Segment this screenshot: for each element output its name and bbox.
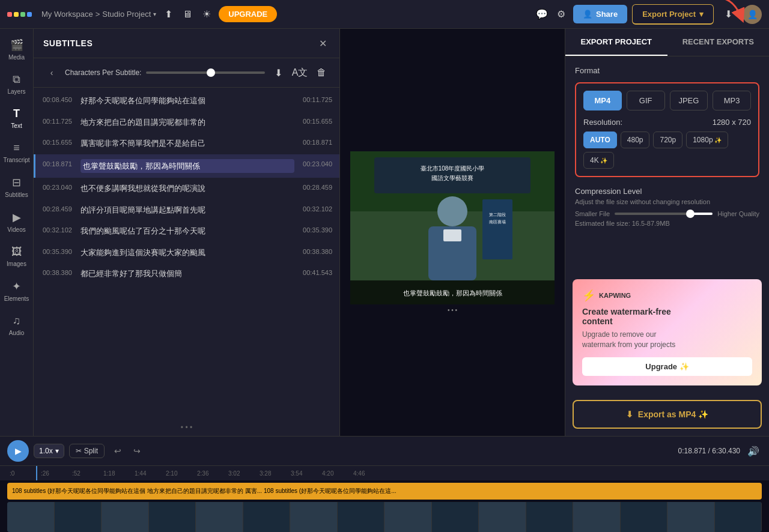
video-area: 臺北市108年度國民小學 國語文學藝競賽 第二階段 南區賽場 也掌聲鼓勵鼓勵，那… — [340, 29, 565, 436]
tick-144: 1:44 — [135, 470, 166, 477]
chars-per-subtitle-slider[interactable] — [146, 71, 265, 74]
subtitle-row-active[interactable]: 00:18.871 也掌聲鼓勵鼓勵，那因為時間關係 00:23.040 — [34, 154, 339, 178]
audio-settings-icon[interactable]: 🔊 — [745, 443, 762, 459]
play-button[interactable]: ▶ — [7, 440, 29, 462]
split-button[interactable]: ✂ Split — [69, 444, 105, 458]
subtitle-text[interactable]: 地方來把自己的題目講完呢都非常的 — [81, 116, 294, 128]
video-thumb-6 — [243, 502, 291, 532]
subtitles-panel: SUBTITLES ✕ ‹ Characters Per Subtitle: ⬇… — [34, 29, 340, 436]
format-jpeg-button[interactable]: JPEG — [670, 91, 708, 110]
format-mp3-button[interactable]: MP3 — [713, 91, 751, 110]
redo-button[interactable]: ↪ — [129, 443, 145, 459]
subtitle-row[interactable]: 00:11.725 地方來把自己的題目講完呢都非常的 00:15.655 — [34, 112, 339, 133]
project-dropdown-icon[interactable]: ▾ — [153, 11, 156, 17]
delete-icon[interactable]: 🗑 — [313, 64, 330, 81]
export-as-mp4-button[interactable]: ⬇ Export as MP4 ✨ — [573, 400, 762, 429]
close-subtitles-button[interactable]: ✕ — [315, 36, 330, 50]
video-thumb-1 — [7, 502, 55, 532]
upload-icon[interactable]: ⬆ — [161, 7, 175, 22]
sidebar-item-text[interactable]: T Text — [2, 103, 32, 135]
subtitle-row[interactable]: 00:23.040 也不便多講啊我想就從我們的呢演說 00:28.459 — [34, 178, 339, 199]
translate-icon[interactable]: A文 — [291, 64, 308, 81]
res-4k-button[interactable]: 4K ✨ — [583, 152, 614, 169]
sidebar-item-images[interactable]: 🖼 Images — [2, 241, 32, 273]
export-panel: EXPORT PROJECT RECENT EXPORTS Format MP4… — [565, 29, 769, 436]
sidebar-item-elements[interactable]: ✦ Elements — [2, 275, 32, 307]
tick-52: :52 — [72, 470, 103, 477]
images-icon: 🖼 — [11, 246, 22, 258]
subtitle-text[interactable]: 我們的颱風呢佔了百分之十那今天呢 — [81, 225, 294, 237]
workspace-name[interactable]: My Workspace — [41, 10, 93, 19]
sidebar-item-media[interactable]: 🎬 Media — [2, 34, 32, 66]
tab-export-project[interactable]: EXPORT PROJECT — [565, 29, 667, 56]
format-gif-button[interactable]: GIF — [627, 91, 665, 110]
resolution-buttons: AUTO 480p 720p 1080p ✨ 4K ✨ — [583, 131, 751, 169]
sidebar-item-videos[interactable]: ▶ Videos — [2, 206, 32, 238]
undo-button[interactable]: ↩ — [109, 443, 126, 459]
download-mp4-icon: ⬇ — [626, 410, 633, 419]
subtitle-text[interactable]: 厲害呢非常不簡單我們是不是給自己 — [81, 138, 294, 150]
subtitle-track[interactable]: 108 subtitles (好那今天呢呢各位同學能夠站在這個 地方來把自己的題… — [7, 483, 762, 500]
subtitle-text[interactable]: 也不便多講啊我想就從我們的呢演說 — [81, 183, 294, 195]
speed-selector[interactable]: 1.0x ▾ — [34, 444, 64, 458]
timeline-area: ▶ 1.0x ▾ ✂ Split ↩ ↪ 0:18.871 / 6:30.430… — [0, 436, 769, 532]
upgrade-banner: ⚡ KAPWING Create watermark-free content … — [573, 279, 762, 385]
time-display: 0:18.871 / 6:30.430 — [678, 447, 740, 455]
sidebar-item-audio[interactable]: ♫ Audio — [2, 310, 32, 342]
subtitle-row[interactable]: 00:08.450 好那今天呢呢各位同學能夠站在這個 00:11.725 — [34, 90, 339, 112]
video-thumb-13 — [573, 502, 621, 532]
res-auto-button[interactable]: AUTO — [583, 131, 617, 148]
subtitle-row[interactable]: 00:35.390 大家能夠進到這個決賽呢大家的颱風 00:38.380 — [34, 242, 339, 264]
app-logo — [7, 12, 32, 17]
upgrade-button[interactable]: UPGRADE — [219, 6, 277, 22]
sidebar-item-layers[interactable]: ⧉ Layers — [2, 68, 32, 100]
brightness-icon[interactable]: ☀ — [199, 7, 214, 22]
video-thumb-2 — [55, 502, 102, 532]
project-name[interactable]: Studio Project — [102, 10, 151, 19]
share-button[interactable]: 👤 Share — [573, 5, 627, 23]
videos-icon: ▶ — [13, 211, 21, 224]
time-end: 00:35.390 — [299, 225, 332, 234]
sidebar-media-label: Media — [8, 54, 25, 61]
format-mp4-button[interactable]: MP4 — [583, 91, 622, 110]
subtitle-text[interactable]: 的評分項目呢簡單地講起點啊首先呢 — [81, 204, 294, 216]
res-480p-button[interactable]: 480p — [621, 131, 650, 148]
compression-slider[interactable] — [615, 213, 713, 215]
tick-marks: :0 :26 :52 1:18 1:44 2:10 2:36 3:02 3:28… — [7, 470, 762, 477]
download-subtitles-icon[interactable]: ⬇ — [270, 64, 287, 81]
video-more-button[interactable]: • • • — [448, 307, 457, 313]
comment-icon[interactable]: 💬 — [535, 7, 549, 22]
subtitle-text[interactable]: 都已經非常好了那我只做個簡 — [81, 268, 294, 280]
breadcrumb: My Workspace > Studio Project ▾ — [41, 10, 156, 19]
subtitle-text[interactable]: 大家能夠進到這個決賽呢大家的颱風 — [81, 247, 294, 259]
tick-210: 2:10 — [166, 470, 197, 477]
subtitle-row[interactable]: 00:28.459 的評分項目呢簡單地講起點啊首先呢 00:32.102 — [34, 199, 339, 221]
kapwing-logo-text: KAPWING — [599, 292, 631, 299]
resolution-label: Resolution: — [583, 118, 622, 127]
subtitle-row[interactable]: 00:32.102 我們的颱風呢佔了百分之十那今天呢 00:35.390 — [34, 220, 339, 242]
res-1080p-button[interactable]: 1080p ✨ — [686, 131, 728, 148]
upgrade-banner-button[interactable]: Upgrade ✨ — [582, 357, 752, 376]
sidebar-audio-label: Audio — [9, 330, 25, 337]
sidebar-item-subtitles[interactable]: ⊟ Subtitles — [2, 171, 32, 204]
toolbar-icons: ⬇ A文 🗑 — [270, 64, 330, 81]
subtitle-row[interactable]: 00:15.655 厲害呢非常不簡單我們是不是給自己 00:18.871 — [34, 133, 339, 154]
tick-26: :26 — [41, 470, 72, 477]
subtitle-row[interactable]: 00:38.380 都已經非常好了那我只做個簡 00:41.543 — [34, 263, 339, 285]
subtitle-text-highlighted[interactable]: 也掌聲鼓勵鼓勵，那因為時間關係 — [81, 159, 294, 174]
sidebar-item-transcript[interactable]: ≡ Transcript — [2, 137, 32, 169]
res-720p-button[interactable]: 720p — [653, 131, 682, 148]
time-end: 00:38.380 — [299, 247, 332, 255]
back-button[interactable]: ‹ — [43, 64, 60, 81]
subtitle-text[interactable]: 好那今天呢呢各位同學能夠站在這個 — [81, 95, 294, 107]
video-track[interactable] — [7, 502, 762, 532]
transcript-icon: ≡ — [13, 142, 20, 154]
monitor-icon[interactable]: 🖥 — [180, 7, 195, 22]
video-frame-svg: 臺北市108年度國民小學 國語文學藝競賽 第二階段 南區賽場 也掌聲鼓勵鼓勵，那… — [350, 151, 555, 304]
compression-higher-label: Higher Quality — [717, 210, 759, 217]
time-start: 00:18.871 — [43, 159, 76, 168]
4k-premium-icon: ✨ — [600, 157, 607, 164]
upgrade-description: Upgrade to remove our watermark from you… — [582, 330, 752, 350]
settings-icon[interactable]: ⚙ — [554, 7, 568, 22]
resolution-row: Resolution: 1280 x 720 — [583, 118, 751, 127]
